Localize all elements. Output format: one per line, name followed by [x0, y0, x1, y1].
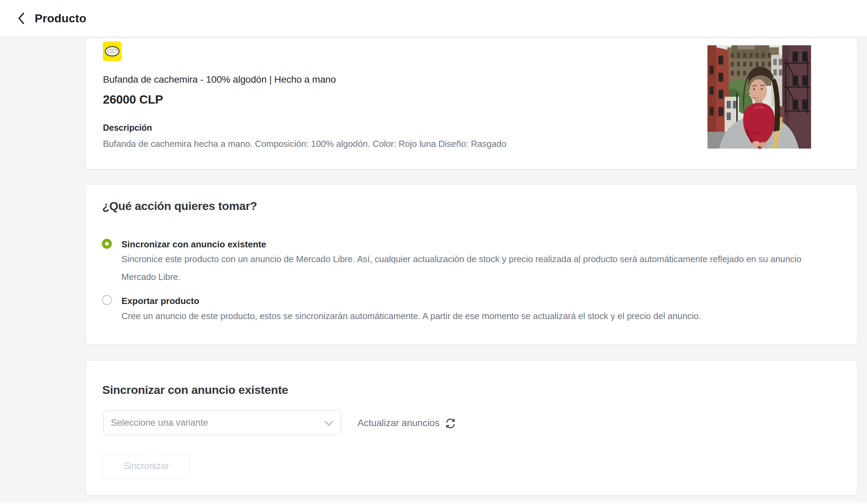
radio-export-product-label[interactable]: Exportar producto [121, 296, 199, 307]
description-label: Descripción [103, 123, 152, 133]
product-card: Bufanda de cachemira - 100% algodón | He… [86, 39, 857, 169]
radio-export-product[interactable] [102, 295, 112, 305]
action-card: ¿Qué acción quieres tomar? Sincronizar c… [86, 185, 857, 345]
product-title: Bufanda de cachemira - 100% algodón | He… [103, 74, 336, 85]
chevron-down-icon [324, 421, 333, 428]
page-bottom-edge [0, 502, 867, 504]
sync-card-title: Sincronizar con anuncio existente [102, 383, 288, 397]
radio-sync-existing-description: Sincronice este producto con un anuncio … [121, 250, 818, 286]
variant-select-placeholder: Seleccione una variante [111, 418, 208, 428]
page-title: Producto [35, 12, 86, 25]
product-image [707, 45, 811, 149]
radio-sync-existing-label[interactable]: Sincronizar con anuncio existente [121, 239, 266, 250]
chevron-left-icon [18, 12, 25, 25]
refresh-listings-label: Actualizar anuncios [357, 418, 439, 429]
mercado-libre-icon [103, 42, 121, 61]
action-card-title: ¿Qué acción quieres tomar? [102, 199, 257, 213]
radio-export-product-description: Cree un anuncio de este producto, estos … [121, 307, 818, 325]
sync-button[interactable]: Sincronizar [103, 454, 190, 478]
refresh-icon [445, 417, 456, 429]
refresh-listings-button[interactable]: Actualizar anuncios [357, 411, 456, 435]
radio-sync-existing[interactable] [102, 239, 112, 249]
product-price: 26000 CLP [103, 93, 163, 106]
sync-card: Sincronizar con anuncio existente Selecc… [86, 361, 857, 495]
variant-select[interactable]: Seleccione una variante [103, 411, 341, 435]
back-button[interactable]: Producto [18, 12, 86, 25]
top-bar: Producto [0, 0, 867, 37]
description-text: Bufanda de cachemira hecha a mano. Compo… [103, 139, 506, 149]
